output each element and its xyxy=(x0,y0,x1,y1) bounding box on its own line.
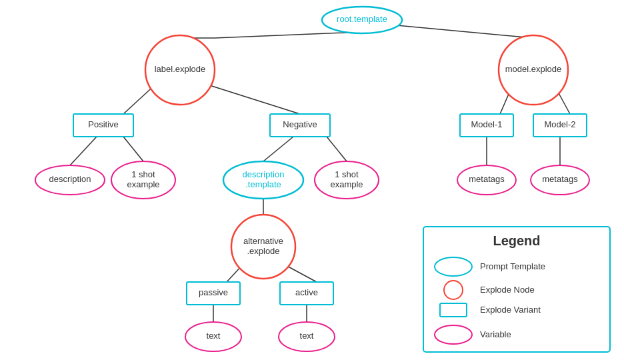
node-text-right-label: text xyxy=(300,331,314,341)
node-negative-label: Negative xyxy=(283,119,317,129)
node-model2-label: Model-2 xyxy=(545,119,576,129)
node-label-explode-label: label.explode xyxy=(155,64,206,74)
legend-explode-variant-icon xyxy=(440,303,467,317)
node-one-shot-right-label1: 1 shot xyxy=(335,169,359,179)
legend-explode-node-label: Explode Node xyxy=(480,285,535,295)
svg-line-0 xyxy=(215,32,362,38)
legend-title: Legend xyxy=(493,233,540,248)
node-text-left-label: text xyxy=(207,331,221,341)
node-one-shot-left-label1: 1 shot xyxy=(131,169,155,179)
node-metatags2-label: metatags xyxy=(542,174,578,184)
svg-line-8 xyxy=(123,137,143,161)
node-description-label: description xyxy=(49,174,91,184)
legend-explode-node-icon xyxy=(444,281,463,299)
svg-line-2 xyxy=(397,25,533,38)
node-passive-label: passive xyxy=(199,287,228,297)
svg-line-7 xyxy=(70,137,97,165)
node-root-template-label: root.template xyxy=(337,14,387,24)
node-metatags1-label: metatags xyxy=(469,174,505,184)
legend-variable-icon xyxy=(435,325,472,344)
legend-prompt-template-label: Prompt Template xyxy=(480,261,545,271)
node-one-shot-left-label2: example xyxy=(127,179,159,189)
node-alt-explode-label1: alternative xyxy=(243,236,283,246)
node-model1-label: Model-1 xyxy=(471,119,503,129)
node-alt-explode-label2: .explode xyxy=(247,246,279,256)
node-model-explode-label: model.explode xyxy=(505,64,562,74)
node-active-label: active xyxy=(295,287,318,297)
svg-line-9 xyxy=(263,137,293,161)
svg-line-10 xyxy=(327,137,347,161)
legend-variable-label: Variable xyxy=(480,329,511,339)
node-positive-label: Positive xyxy=(88,119,119,129)
legend-prompt-template-icon xyxy=(435,257,472,276)
node-desc-template-label1: description xyxy=(243,169,285,179)
legend-explode-variant-label: Explode Variant xyxy=(480,305,541,315)
svg-line-4 xyxy=(203,83,300,114)
node-desc-template-label2: .template xyxy=(245,179,281,189)
node-one-shot-right-label2: example xyxy=(330,179,363,189)
